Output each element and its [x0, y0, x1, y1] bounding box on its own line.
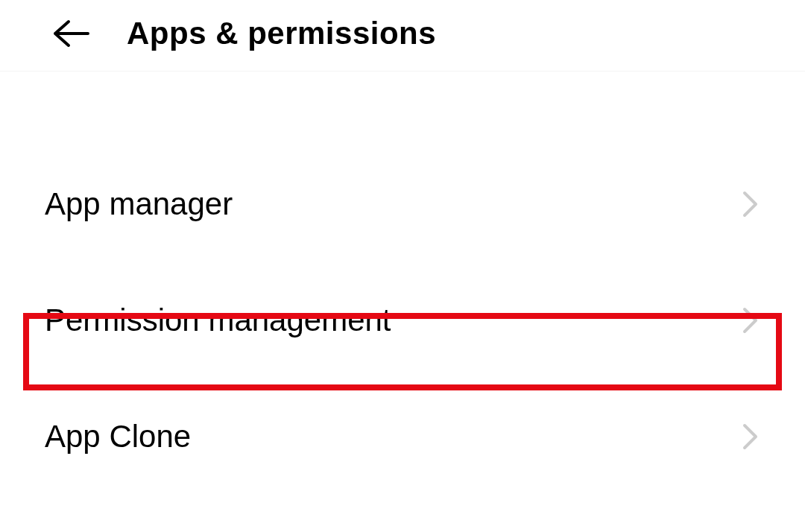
page-title: Apps & permissions — [127, 16, 436, 51]
chevron-right-icon — [741, 194, 760, 214]
list-item-label: App Clone — [45, 419, 191, 455]
list-item-label: Permission management — [45, 303, 391, 338]
list-item-label: App manager — [45, 186, 233, 222]
back-arrow-icon[interactable] — [52, 15, 89, 52]
settings-list: App manager Permission management App Cl… — [0, 72, 805, 495]
list-item-app-manager[interactable]: App manager — [0, 146, 805, 262]
chevron-right-icon — [741, 427, 760, 446]
chevron-right-icon — [741, 311, 760, 330]
list-item-app-clone[interactable]: App Clone — [0, 379, 805, 495]
header: Apps & permissions — [0, 0, 805, 72]
list-item-permission-management[interactable]: Permission management — [0, 262, 805, 379]
